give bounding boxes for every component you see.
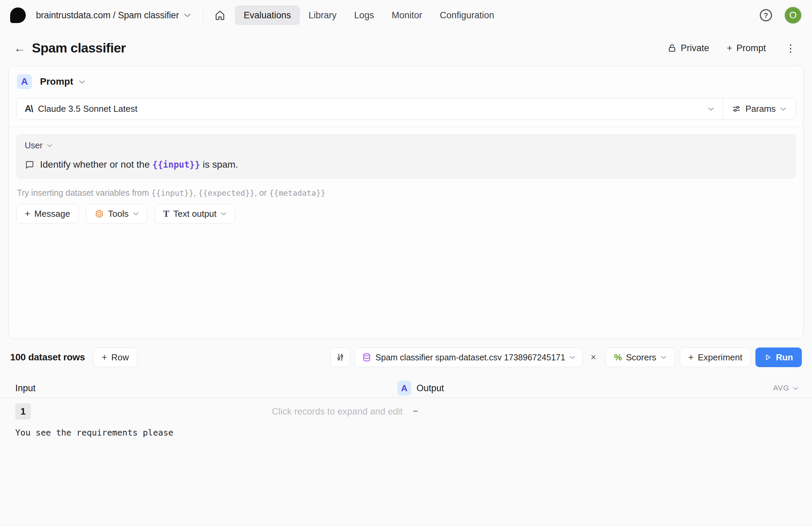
prompt-panel-header: A Prompt (9, 66, 803, 89)
text-output-button[interactable]: T Text output (155, 204, 235, 224)
help-icon[interactable]: ? (758, 8, 773, 23)
run-button[interactable]: Run (755, 347, 802, 367)
sliders-vertical-icon (335, 352, 345, 362)
anthropic-icon: A\ (25, 104, 32, 114)
role-label: User (25, 140, 43, 150)
chevron-down-icon (133, 212, 139, 216)
dataset-name: Spam classifier spam-dataset.csv 1738967… (376, 352, 565, 362)
output-prompt-badge: A (397, 381, 411, 395)
page-title: Spam classifier (32, 41, 126, 56)
avg-label: AVG (773, 384, 789, 393)
run-label: Run (776, 352, 793, 363)
chevron-down-icon (78, 79, 85, 84)
plus-icon: + (102, 352, 107, 363)
plus-icon: + (25, 208, 30, 219)
remove-dataset-button[interactable]: × (586, 350, 601, 365)
chevron-down-icon (569, 355, 576, 359)
params-label: Params (745, 104, 776, 114)
braintrust-logo[interactable] (10, 7, 26, 23)
avg-dropdown[interactable]: AVG (773, 384, 798, 393)
scorers-button[interactable]: % Scorers (606, 347, 675, 367)
tab-monitor[interactable]: Monitor (383, 5, 431, 25)
input-column-header: Input (15, 383, 397, 394)
prompt-section-label: Prompt (40, 76, 73, 87)
input-cell[interactable]: 1 Click records to expand and edit (15, 403, 413, 420)
more-menu-button[interactable]: ⋮ (784, 42, 798, 54)
top-nav-right: ? O (758, 6, 802, 24)
plus-icon: + (727, 43, 733, 54)
add-row-button[interactable]: + Row (93, 347, 137, 367)
add-experiment-button[interactable]: + Experiment (680, 347, 751, 367)
chevron-down-icon (184, 13, 191, 18)
role-dropdown[interactable]: User (25, 140, 53, 150)
column-settings-button[interactable] (330, 347, 350, 367)
dataset-toolbar: 100 dataset rows + Row Spam classifier s… (10, 347, 802, 368)
tab-configuration[interactable]: Configuration (431, 5, 503, 25)
add-message-label: Message (34, 209, 70, 219)
tab-library[interactable]: Library (300, 5, 346, 25)
chevron-down-icon (708, 107, 714, 111)
svg-text:?: ? (764, 11, 768, 20)
add-prompt-button[interactable]: + Prompt (727, 43, 766, 54)
tab-logs[interactable]: Logs (345, 5, 383, 25)
expand-hint-text: Click records to expand and edit (272, 406, 413, 417)
message-text: Identify whether or not the {{input}} is… (40, 159, 238, 170)
add-row-label: Row (111, 352, 129, 363)
tools-nut-icon (95, 209, 104, 219)
chevron-down-icon (661, 355, 667, 359)
add-experiment-label: Experiment (698, 352, 742, 363)
private-button[interactable]: Private (667, 43, 709, 54)
avatar[interactable]: O (784, 6, 802, 24)
prompt-section-dropdown[interactable]: Prompt (40, 76, 85, 87)
variables-helper-text: Try inserting dataset variables from {{i… (17, 188, 795, 198)
output-column-header: A Output (397, 381, 444, 395)
input-variable-token: {{input}} (153, 160, 200, 170)
private-label: Private (681, 43, 709, 54)
chevron-down-icon (221, 212, 227, 216)
tools-button[interactable]: Tools (86, 204, 147, 224)
top-nav: braintrustdata.com / Spam classifier Eva… (0, 0, 812, 30)
prompt-message-editor[interactable]: Identify whether or not the {{input}} is… (25, 159, 787, 170)
tools-label: Tools (108, 209, 129, 219)
text-type-icon: T (163, 209, 170, 219)
home-icon[interactable] (213, 8, 228, 23)
message-bubble-icon (25, 160, 34, 170)
breadcrumb[interactable]: braintrustdata.com / Spam classifier (36, 10, 191, 21)
add-message-button[interactable]: + Message (16, 204, 78, 224)
nav-tabs: Evaluations Library Logs Monitor Configu… (235, 5, 503, 25)
model-row: A\ Claude 3.5 Sonnet Latest Params (16, 98, 796, 120)
prompt-badge: A (17, 74, 32, 89)
model-name: Claude 3.5 Sonnet Latest (38, 104, 137, 114)
scorers-label: Scorers (626, 352, 656, 363)
back-button[interactable]: ← (12, 41, 27, 56)
dataset-rows-count: 100 dataset rows (10, 352, 85, 363)
breadcrumb-label: braintrustdata.com / Spam classifier (36, 10, 179, 21)
chevron-down-icon (780, 107, 787, 111)
plus-icon: + (688, 352, 694, 363)
output-cell[interactable]: − (413, 403, 418, 417)
page-header-actions: Private + Prompt ⋮ (667, 42, 798, 54)
user-message-block: User Identify whether or not the {{input… (16, 134, 796, 179)
params-button[interactable]: Params (723, 98, 795, 119)
add-prompt-label: Prompt (736, 43, 766, 54)
panel-divider (9, 127, 803, 127)
editor-buttons: + Message Tools T Text output (16, 204, 796, 224)
chevron-down-icon (47, 144, 53, 147)
prompt-panel: A Prompt A\ Claude 3.5 Sonnet Latest Par… (9, 66, 803, 339)
tab-evaluations[interactable]: Evaluations (235, 5, 300, 25)
table-header: Input A Output AVG (0, 379, 812, 397)
sliders-icon (732, 104, 741, 114)
dataset-toolbar-right: Spam classifier spam-dataset.csv 1738967… (330, 347, 802, 367)
percent-icon: % (614, 352, 622, 363)
nav-divider (203, 9, 203, 22)
model-select[interactable]: A\ Claude 3.5 Sonnet Latest (17, 98, 723, 119)
database-icon (362, 352, 372, 362)
table-row[interactable]: 1 Click records to expand and edit − You… (0, 398, 812, 438)
chevron-down-icon (793, 387, 798, 390)
page-header: ← Spam classifier Private + Prompt ⋮ (0, 30, 812, 66)
play-icon (764, 353, 772, 361)
lock-icon (667, 43, 677, 53)
row-index-badge: 1 (15, 403, 31, 420)
dataset-select[interactable]: Spam classifier spam-dataset.csv 1738967… (355, 347, 583, 367)
row-input-text[interactable]: You see the requirements please (15, 428, 798, 438)
